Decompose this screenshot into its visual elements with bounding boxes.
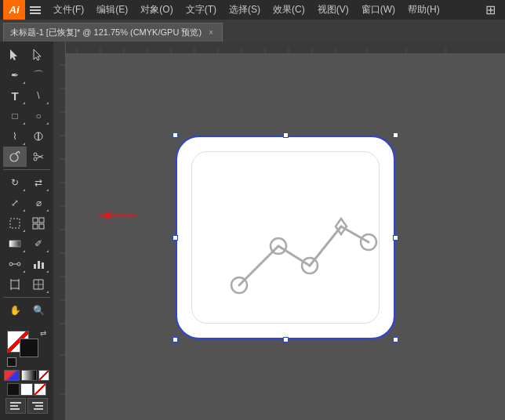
handle-bottom-left[interactable]	[173, 337, 178, 342]
none-swatch-icon[interactable]	[38, 370, 49, 381]
zoom-tool[interactable]: 🔍	[27, 300, 50, 320]
main-area: ✒ ⌒ T \ □ ○	[0, 42, 505, 420]
tool-row-gradient: ✐	[0, 234, 53, 254]
tool-row-rotate: ↻ ⇄	[0, 172, 53, 193]
artboard	[176, 136, 395, 339]
svg-line-6	[19, 151, 20, 154]
tool-row-pen: ✒ ⌒	[0, 65, 53, 85]
gradient-swatch-icon[interactable]	[21, 370, 37, 381]
tool-row-eraser	[0, 147, 53, 167]
direct-selection-tool[interactable]	[27, 45, 50, 65]
menu-edit[interactable]: 编辑(E)	[90, 0, 134, 20]
svg-rect-12	[33, 218, 38, 223]
menu-effect[interactable]: 效果(C)	[267, 0, 311, 20]
scissors-tool[interactable]	[27, 147, 50, 167]
menu-select[interactable]: 选择(S)	[223, 0, 267, 20]
type-tool[interactable]: T	[3, 85, 27, 106]
tab-title: 未标题-1 [已恢复]* @ 121.75% (CMYK/GPU 预览)	[10, 27, 202, 38]
artboard-tool[interactable]	[3, 274, 27, 295]
tool-row-type: T \	[0, 85, 53, 106]
white-swatch[interactable]	[20, 383, 33, 396]
pen-tool[interactable]: ✒	[3, 65, 27, 85]
scale-tool[interactable]: ⤢	[3, 193, 27, 213]
svg-rect-21	[38, 261, 40, 269]
tool-row-shape: □ ○	[0, 106, 53, 126]
tab-close-button[interactable]: ×	[206, 28, 216, 38]
handle-top-left[interactable]	[173, 132, 178, 138]
reflect-tool[interactable]: ⇄	[27, 172, 50, 193]
document-tab[interactable]: 未标题-1 [已恢复]* @ 121.75% (CMYK/GPU 预览) ×	[3, 23, 223, 42]
menu-window[interactable]: 窗口(W)	[355, 0, 401, 20]
inner-content-area	[191, 151, 380, 324]
graph-icon	[216, 191, 388, 317]
ruler-horizontal	[53, 42, 505, 54]
svg-rect-32	[10, 405, 18, 407]
free-transform-tool[interactable]	[3, 213, 27, 234]
line-tool[interactable]: \	[27, 85, 50, 106]
grid-icon	[30, 6, 41, 14]
tool-row-scale: ⤢ ⌀	[0, 193, 53, 213]
gradient-tool[interactable]	[3, 234, 27, 254]
svg-rect-35	[35, 405, 43, 407]
color-mode-icon[interactable]	[4, 370, 20, 381]
svg-marker-1	[34, 49, 41, 60]
tool-row-nav: ✋ 🔍	[0, 300, 53, 320]
curvature-tool[interactable]: ⌒	[27, 65, 50, 85]
rotate-tool[interactable]: ↻	[3, 172, 27, 193]
main-menu: 文件(F) 编辑(E) 对象(O) 文字(T) 选择(S) 效果(C) 视图(V…	[47, 0, 446, 20]
svg-rect-34	[32, 402, 43, 404]
none-swatch[interactable]	[34, 383, 46, 396]
grid-menu-icon[interactable]	[27, 0, 44, 20]
puppet-warp-tool[interactable]	[27, 213, 50, 234]
handle-top-mid[interactable]	[283, 132, 289, 138]
tool-row-perspective	[0, 213, 53, 234]
artboard-container	[66, 54, 505, 420]
selection-tool[interactable]	[3, 45, 27, 65]
align-left-icon[interactable]	[5, 398, 26, 414]
svg-rect-36	[34, 408, 43, 410]
tab-bar: 未标题-1 [已恢复]* @ 121.75% (CMYK/GPU 预览) ×	[0, 20, 505, 42]
svg-rect-22	[42, 262, 44, 269]
blend-tool[interactable]	[3, 254, 27, 274]
handle-bottom-right[interactable]	[393, 337, 398, 342]
svg-rect-53	[53, 42, 66, 420]
svg-point-18	[17, 262, 20, 266]
handle-mid-right[interactable]	[393, 235, 398, 241]
workspace-icon[interactable]: ⊞	[485, 2, 496, 17]
color-section: ⇄	[0, 328, 53, 417]
svg-rect-14	[33, 224, 38, 229]
menu-file[interactable]: 文件(F)	[47, 0, 90, 20]
default-colors-icon[interactable]	[7, 357, 16, 367]
menu-type[interactable]: 文字(T)	[180, 0, 223, 20]
swap-colors-icon[interactable]: ⇄	[40, 329, 46, 338]
blob-brush-tool[interactable]	[27, 126, 50, 147]
menu-view[interactable]: 视图(V)	[311, 0, 355, 20]
tool-row-blend	[0, 254, 53, 274]
paintbrush-tool[interactable]: ⌇	[3, 126, 27, 147]
menu-help[interactable]: 帮助(H)	[401, 0, 446, 20]
ellipse-tool[interactable]: ○	[27, 106, 50, 126]
tool-row-select	[0, 45, 53, 65]
handle-bottom-mid[interactable]	[283, 337, 289, 342]
eyedropper-tool[interactable]: ✐	[27, 234, 50, 254]
svg-point-17	[9, 262, 13, 266]
svg-rect-15	[39, 224, 44, 229]
ruler-vertical	[53, 42, 66, 420]
black-swatch[interactable]	[7, 383, 20, 396]
warp-tool[interactable]: ⌀	[27, 193, 50, 213]
handle-top-right[interactable]	[393, 132, 398, 138]
bar-chart-tool[interactable]	[27, 254, 50, 274]
handle-mid-left[interactable]	[173, 235, 178, 241]
hand-tool[interactable]: ✋	[3, 300, 27, 320]
tool-row-artboard	[0, 274, 53, 295]
stroke-color[interactable]	[20, 339, 38, 357]
svg-rect-13	[39, 218, 44, 223]
svg-point-8	[34, 158, 37, 161]
shaper-tool[interactable]	[3, 147, 27, 167]
align-right-icon[interactable]	[27, 398, 48, 414]
shape-tool[interactable]: □	[3, 106, 27, 126]
slice-tool[interactable]	[27, 274, 50, 295]
menu-object[interactable]: 对象(O)	[134, 0, 179, 20]
svg-rect-37	[53, 42, 505, 54]
svg-line-5	[16, 151, 19, 154]
